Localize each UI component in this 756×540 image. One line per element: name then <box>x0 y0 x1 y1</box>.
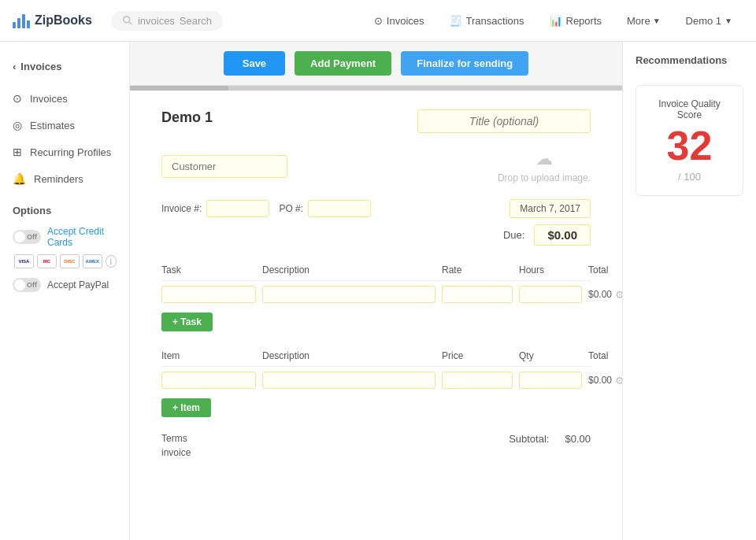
finalize-button[interactable]: Finalize for sending <box>401 51 528 76</box>
task-col-task: Task <box>161 264 256 276</box>
sidebar: ‹ Invoices ⊙ Invoices ◎ Estimates ⊞ Recu… <box>0 42 130 540</box>
sidebar-item-reminders[interactable]: 🔔 Reminders <box>0 165 129 192</box>
item-settings-icon[interactable]: ⚙ <box>615 375 622 387</box>
nav-transactions[interactable]: 🧾 Transactions <box>439 10 536 31</box>
reminders-nav-icon: 🔔 <box>13 172 26 185</box>
accept-credit-cards-label[interactable]: Accept Credit Cards <box>47 226 117 248</box>
task-col-total: Total <box>588 264 622 276</box>
mastercard-icon: MC <box>37 254 57 268</box>
table-row: $0.00 ⚙ 🗑 <box>161 367 591 394</box>
card-icons-row: VISA MC DISC AMEX i <box>14 254 117 268</box>
paypal-toggle[interactable]: Off <box>13 278 41 292</box>
invoice-number-field: Invoice #: <box>161 200 269 217</box>
options-section: Options Off Accept Credit Cards VISA MC … <box>0 192 129 305</box>
subtotal-row: Subtotal: $0.00 <box>509 433 591 445</box>
info-icon[interactable]: i <box>106 255 117 268</box>
paypal-toggle-label: Off <box>27 281 37 289</box>
credit-cards-toggle[interactable]: Off <box>13 230 41 244</box>
estimates-nav-icon: ◎ <box>13 119 22 131</box>
upload-area[interactable]: ☁ Drop to upload image. <box>498 149 591 183</box>
sidebar-invoices-label: Invoices <box>30 93 68 105</box>
nav-more-label: More <box>627 15 650 27</box>
search-label: Search <box>180 15 212 27</box>
search-box[interactable]: invoices Search <box>111 11 223 31</box>
task-input[interactable] <box>161 286 256 303</box>
add-item-button[interactable]: + Item <box>161 398 211 417</box>
add-task-button[interactable]: + Task <box>161 313 213 331</box>
logo[interactable]: ZipBooks <box>13 13 92 28</box>
invoice-number-input[interactable] <box>206 200 269 217</box>
demo-chevron-icon: ▼ <box>724 17 732 25</box>
recommendations-title: Recommendations <box>636 54 743 66</box>
sidebar-item-recurring[interactable]: ⊞ Recurring Profiles <box>0 139 129 165</box>
invoice-meta-row: Invoice #: PO #: March 7, 2017 <box>161 199 591 218</box>
content-area: Save Add Payment Finalize for sending De… <box>130 42 622 540</box>
task-table-header: Task Description Rate Hours Total <box>161 261 591 281</box>
toggle-off-label: Off <box>27 233 37 241</box>
top-navigation: ZipBooks invoices Search ⊙ Invoices 🧾 Tr… <box>0 0 756 42</box>
amex-icon: AMEX <box>83 254 102 268</box>
nav-demo-user[interactable]: Demo 1 ▼ <box>675 10 743 31</box>
save-button[interactable]: Save <box>224 51 285 76</box>
task-description-input[interactable] <box>262 286 435 303</box>
score-max: / 100 <box>678 171 701 183</box>
task-hours-input[interactable] <box>519 286 582 303</box>
options-title: Options <box>13 205 117 216</box>
customer-input[interactable] <box>161 155 287 178</box>
task-col-hours: Hours <box>519 264 582 276</box>
terms-value: invoice <box>161 447 191 458</box>
paypal-toggle-knob <box>14 279 25 290</box>
add-payment-button[interactable]: Add Payment <box>295 51 391 76</box>
nav-reports-label: Reports <box>566 15 602 27</box>
score-number: 32 <box>667 125 713 166</box>
invoice-date[interactable]: March 7, 2017 <box>510 199 591 218</box>
score-card: Invoice Quality Score 32 / 100 <box>636 85 743 196</box>
task-rate-input[interactable] <box>442 286 513 303</box>
invoice-wrapper: Demo 1 ☁ Drop to upload image. Invoice <box>130 86 622 540</box>
item-col-total: Total <box>588 350 622 361</box>
item-input[interactable] <box>161 372 256 389</box>
item-description-input[interactable] <box>262 372 435 389</box>
item-qty-input[interactable] <box>519 372 582 389</box>
nav-more[interactable]: More ▼ <box>616 10 672 31</box>
sidebar-reminders-label: Reminders <box>34 173 83 185</box>
item-total-value: $0.00 <box>588 375 612 386</box>
item-table-header: Item Description Price Qty Total <box>161 347 591 367</box>
item-price-input[interactable] <box>442 372 513 389</box>
content-topbar: Save Add Payment Finalize for sending <box>130 42 622 86</box>
terms-area: Terms invoice <box>161 433 191 458</box>
main-layout: ‹ Invoices ⊙ Invoices ◎ Estimates ⊞ Recu… <box>0 42 756 540</box>
item-total: $0.00 ⚙ 🗑 <box>588 375 622 387</box>
task-col-rate: Rate <box>442 264 513 276</box>
due-amount: $0.00 <box>534 224 591 246</box>
right-panel: Recommendations Invoice Quality Score 32… <box>622 42 756 540</box>
invoice-header-row: Demo 1 <box>161 109 591 133</box>
po-number-field: PO #: <box>279 200 371 217</box>
invoices-nav-icon: ⊙ <box>13 92 22 105</box>
item-col-qty: Qty <box>519 350 582 361</box>
title-input[interactable] <box>417 109 591 133</box>
nav-transactions-label: Transactions <box>466 15 524 27</box>
subtotal-value: $0.00 <box>565 433 591 445</box>
transactions-icon: 🧾 <box>450 15 462 27</box>
nav-center: ⊙ Invoices 🧾 Transactions 📊 Reports More… <box>363 10 743 31</box>
sidebar-back-label: Invoices <box>20 61 61 72</box>
toggle-knob <box>14 231 25 242</box>
task-total: $0.00 ⚙ 🗑 <box>588 289 622 301</box>
due-label: Due: <box>503 229 524 241</box>
search-placeholder: invoices <box>138 15 175 27</box>
task-total-value: $0.00 <box>588 289 612 300</box>
item-col-price: Price <box>442 350 513 361</box>
sidebar-item-invoices[interactable]: ⊙ Invoices <box>0 85 129 112</box>
sidebar-back[interactable]: ‹ Invoices <box>0 54 129 85</box>
nav-reports[interactable]: 📊 Reports <box>539 10 613 31</box>
upload-text: Drop to upload image. <box>498 172 591 183</box>
task-settings-icon[interactable]: ⚙ <box>615 289 622 301</box>
back-chevron-icon: ‹ <box>13 61 16 72</box>
logo-icon <box>13 13 30 28</box>
nav-invoices[interactable]: ⊙ Invoices <box>363 10 435 31</box>
po-input[interactable] <box>308 200 371 217</box>
accept-paypal-label: Accept PayPal <box>47 279 109 290</box>
logo-text: ZipBooks <box>35 13 92 28</box>
sidebar-item-estimates[interactable]: ◎ Estimates <box>0 112 129 139</box>
